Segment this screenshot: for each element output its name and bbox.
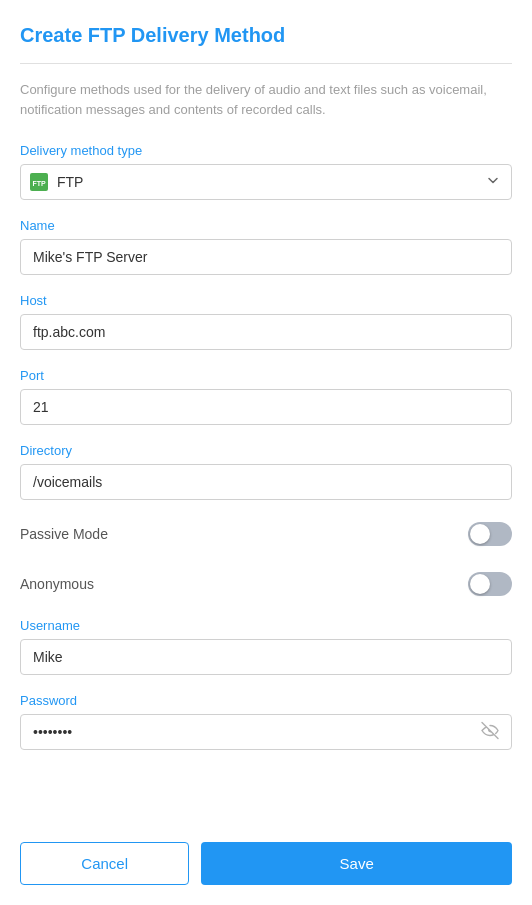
delivery-method-type-label: Delivery method type — [20, 143, 512, 158]
anonymous-toggle[interactable] — [468, 572, 512, 596]
directory-label: Directory — [20, 443, 512, 458]
host-group: Host — [20, 293, 512, 350]
passive-mode-label: Passive Mode — [20, 526, 108, 542]
cancel-button[interactable]: Cancel — [20, 842, 189, 885]
delivery-method-type-select-wrapper: FTP FTP SFTP Email — [20, 164, 512, 200]
username-input[interactable] — [20, 639, 512, 675]
directory-input[interactable] — [20, 464, 512, 500]
ftp-icon: FTP — [30, 173, 48, 191]
password-group: Password — [20, 693, 512, 750]
eye-slash-icon[interactable] — [480, 721, 500, 744]
footer-buttons: Cancel Save — [20, 818, 512, 885]
svg-text:FTP: FTP — [32, 180, 46, 187]
passive-mode-row: Passive Mode — [20, 518, 512, 550]
delivery-method-type-select[interactable]: FTP SFTP Email — [20, 164, 512, 200]
anonymous-row: Anonymous — [20, 568, 512, 600]
username-label: Username — [20, 618, 512, 633]
name-group: Name — [20, 218, 512, 275]
delivery-method-type-group: Delivery method type FTP FTP SFTP Email — [20, 143, 512, 200]
port-label: Port — [20, 368, 512, 383]
description: Configure methods used for the delivery … — [20, 80, 512, 119]
name-label: Name — [20, 218, 512, 233]
password-label: Password — [20, 693, 512, 708]
name-input[interactable] — [20, 239, 512, 275]
host-input[interactable] — [20, 314, 512, 350]
anonymous-label: Anonymous — [20, 576, 94, 592]
password-input[interactable] — [20, 714, 512, 750]
title-plain: Create — [20, 24, 82, 46]
directory-group: Directory — [20, 443, 512, 500]
passive-mode-toggle[interactable] — [468, 522, 512, 546]
save-button[interactable]: Save — [201, 842, 512, 885]
host-label: Host — [20, 293, 512, 308]
username-group: Username — [20, 618, 512, 675]
page-container: Create FTP Delivery Method Configure met… — [0, 0, 532, 905]
title-accent: FTP Delivery Method — [88, 24, 285, 46]
password-wrapper — [20, 714, 512, 750]
port-group: Port — [20, 368, 512, 425]
passive-mode-thumb — [470, 524, 490, 544]
anonymous-thumb — [470, 574, 490, 594]
port-input[interactable] — [20, 389, 512, 425]
divider — [20, 63, 512, 64]
page-title: Create FTP Delivery Method — [20, 24, 512, 47]
